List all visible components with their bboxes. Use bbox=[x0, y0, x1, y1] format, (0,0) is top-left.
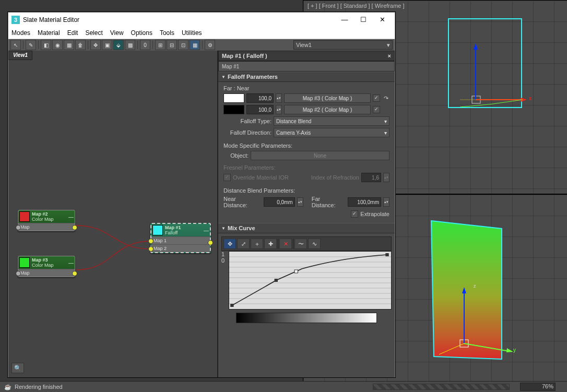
tool-move-icon[interactable]: ✥ bbox=[90, 40, 101, 50]
tool-fx-icon[interactable]: ⚙ bbox=[205, 40, 215, 50]
curve-add-icon[interactable]: ＋ bbox=[251, 239, 263, 249]
menu-material[interactable]: Material bbox=[38, 29, 60, 37]
far-distance-value[interactable]: 100,0mm bbox=[348, 197, 381, 207]
menu-options[interactable]: Options bbox=[131, 29, 152, 37]
node-falloff-swatch bbox=[152, 225, 163, 235]
status-bar: ☕ Rendering finished 76% bbox=[0, 381, 567, 392]
falloff-dir-dropdown[interactable]: Camera Y-Axis▾ bbox=[274, 128, 389, 137]
menu-utilities[interactable]: Utilities bbox=[182, 29, 202, 37]
axis-x-label: x bbox=[529, 96, 531, 101]
node-map2-swatch bbox=[19, 211, 30, 222]
override-ior-label: Override Material IOR bbox=[233, 174, 289, 181]
tool-eyedropper-icon[interactable]: ✎ bbox=[26, 40, 36, 50]
spinner-icon[interactable]: ▴▾ bbox=[276, 93, 282, 103]
navigator-icon[interactable]: 🔍 bbox=[11, 363, 24, 373]
axis-y-label: y bbox=[513, 347, 516, 353]
slot2-map-button[interactable]: Map #2 ( Color Map ) bbox=[284, 105, 371, 114]
node-map2[interactable]: Map #2 Color Map — Map bbox=[18, 210, 75, 231]
tool-checker-icon[interactable]: ▩ bbox=[125, 40, 135, 50]
graph-tab[interactable]: View1 bbox=[8, 51, 32, 60]
slot1-swatch[interactable] bbox=[223, 93, 244, 103]
node-map3-name: Map #3 bbox=[32, 257, 54, 263]
menu-edit[interactable]: Edit bbox=[67, 29, 78, 37]
tool-layout1-icon[interactable]: ⊞ bbox=[155, 40, 166, 50]
curve-scale-icon[interactable]: ⤢ bbox=[237, 239, 250, 249]
socket-out-icon[interactable] bbox=[72, 225, 77, 230]
titlebar[interactable]: 3 Slate Material Editor — ☐ ✕ bbox=[8, 13, 395, 27]
node-map3[interactable]: Map #3 Color Map — Map bbox=[18, 256, 75, 277]
extrapolate-check[interactable]: ✓ bbox=[351, 210, 358, 218]
maximize-button[interactable]: ☐ bbox=[354, 14, 373, 26]
tool-assign-icon[interactable]: ◧ bbox=[41, 40, 51, 50]
tool-pointer-icon[interactable]: ↖ bbox=[10, 40, 21, 50]
slot2-swatch[interactable] bbox=[223, 105, 244, 114]
socket-in-icon[interactable] bbox=[16, 225, 21, 230]
spinner-icon[interactable]: ▴▾ bbox=[297, 197, 303, 207]
ior-value: 1,6 bbox=[361, 173, 381, 182]
spinner-icon[interactable]: ▴▾ bbox=[383, 197, 389, 207]
mix-curve-editor[interactable] bbox=[229, 251, 392, 310]
node-falloff-map1[interactable]: Map 1 bbox=[151, 236, 210, 244]
breadcrumb[interactable]: Map #1 bbox=[218, 61, 395, 72]
menu-tools[interactable]: Tools bbox=[160, 29, 174, 37]
tool-showmap-icon[interactable]: ⬙ bbox=[113, 40, 124, 50]
curve-tangent-icon[interactable]: 〜 bbox=[294, 239, 307, 249]
tool-delete-icon[interactable]: 🗑 bbox=[75, 40, 86, 50]
menu-select[interactable]: Select bbox=[85, 29, 102, 37]
svg-rect-26 bbox=[275, 279, 278, 282]
minus-icon[interactable]: — bbox=[68, 260, 74, 266]
chevron-down-icon: ▾ bbox=[384, 118, 387, 124]
minus-icon[interactable]: — bbox=[68, 214, 74, 220]
panel-title: Map #1 ( Falloff ) × bbox=[218, 51, 395, 61]
tool-grid-icon[interactable]: ▦ bbox=[190, 40, 200, 50]
socket-out-icon[interactable] bbox=[72, 271, 77, 276]
tool-layout2-icon[interactable]: ⊟ bbox=[167, 40, 177, 50]
minus-icon[interactable]: — bbox=[204, 228, 209, 233]
slot1-map-button[interactable]: Map #3 ( Color Map ) bbox=[284, 93, 371, 103]
socket-out-icon[interactable] bbox=[208, 240, 213, 245]
node-graph-canvas[interactable]: View1 Map #2 Color Map — bbox=[8, 51, 218, 377]
tool-zero-icon[interactable]: 0 bbox=[140, 40, 150, 50]
override-ior-check: ✓ bbox=[223, 174, 231, 181]
slot2-check[interactable]: ✓ bbox=[373, 106, 380, 113]
node-falloff-map2[interactable]: Map 2 bbox=[151, 244, 210, 252]
node-map2-output[interactable]: Map bbox=[18, 223, 75, 231]
close-button[interactable]: ✕ bbox=[373, 14, 392, 26]
minimize-button[interactable]: — bbox=[335, 14, 354, 26]
curve-y1: 1 bbox=[221, 251, 225, 257]
tool-cube-icon[interactable]: ▣ bbox=[102, 40, 112, 50]
socket-in-icon[interactable] bbox=[148, 239, 153, 244]
slot2-value[interactable]: 100,0 bbox=[246, 105, 274, 114]
node-falloff[interactable]: Map #1 Falloff — Map 1 Map 2 bbox=[150, 223, 211, 253]
slot1-value[interactable]: 100,0 bbox=[246, 93, 274, 103]
socket-in-icon[interactable] bbox=[16, 271, 21, 276]
object-button: None bbox=[251, 151, 389, 160]
view-dropdown[interactable]: View1▾ bbox=[293, 40, 393, 50]
curve-tangent2-icon[interactable]: ∿ bbox=[308, 239, 321, 249]
falloff-type-dropdown[interactable]: Distance Blend▾ bbox=[274, 116, 389, 126]
menubar: Modes Material Edit Select View Options … bbox=[8, 27, 395, 39]
socket-in-icon[interactable] bbox=[148, 246, 153, 252]
curve-delete-icon[interactable]: ✕ bbox=[279, 239, 292, 249]
near-distance-value[interactable]: 0,0mm bbox=[264, 197, 295, 207]
curve-move-icon[interactable]: ✥ bbox=[223, 239, 236, 249]
rollout-mixcurve-header[interactable]: ▼ Mix Curve bbox=[218, 223, 395, 233]
fresnel-label: Fresnel Parameters: bbox=[223, 164, 389, 171]
falloff-type-label: Falloff Type: bbox=[223, 118, 271, 124]
menu-modes[interactable]: Modes bbox=[11, 29, 30, 37]
svg-marker-13 bbox=[506, 348, 513, 352]
zoom-percent[interactable]: 76% bbox=[520, 383, 556, 391]
tool-layout3-icon[interactable]: ⊡ bbox=[178, 40, 188, 50]
tool-sphere-icon[interactable]: ◉ bbox=[52, 40, 63, 50]
tool-assign2-icon[interactable]: ▦ bbox=[64, 40, 74, 50]
node-map3-output[interactable]: Map bbox=[18, 269, 75, 277]
slot1-check[interactable]: ✓ bbox=[373, 94, 380, 102]
panel-close-icon[interactable]: × bbox=[388, 53, 391, 59]
axis-z-label: z bbox=[474, 283, 476, 289]
svg-rect-25 bbox=[230, 304, 233, 307]
curve-add2-icon[interactable]: ✚ bbox=[264, 239, 277, 249]
swap-icon[interactable]: ↷ bbox=[382, 95, 389, 102]
spinner-icon[interactable]: ▴▾ bbox=[276, 105, 282, 114]
rollout-falloff-header[interactable]: ▼ Falloff Parameters bbox=[218, 72, 395, 82]
menu-view[interactable]: View bbox=[110, 29, 124, 37]
